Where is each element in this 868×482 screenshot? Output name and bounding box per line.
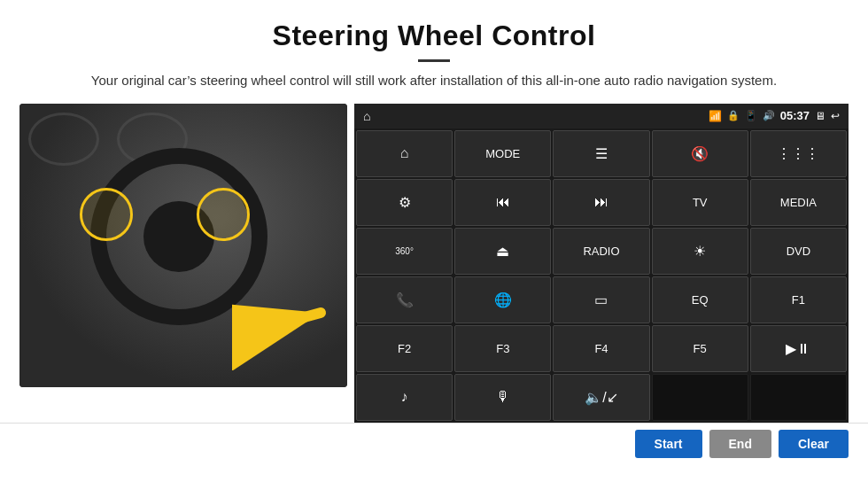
f3-label: F3 [496, 342, 509, 355]
btn-next[interactable]: ⏭ [553, 179, 649, 226]
home-btn-icon: ⌂ [400, 145, 409, 161]
btn-volume[interactable]: 🔈/↙ [553, 374, 649, 421]
sim-status-icon: 📱 [745, 110, 757, 121]
start-button[interactable]: Start [635, 430, 702, 458]
car-image [19, 104, 347, 387]
btn-f4[interactable]: F4 [553, 325, 649, 372]
eq-label: EQ [692, 293, 709, 307]
settings-btn-icon: ⚙ [399, 194, 411, 211]
eject-btn-icon: ⏏ [496, 243, 509, 260]
btn-eq[interactable]: EQ [652, 276, 748, 323]
music-btn-icon: ♪ [401, 389, 408, 405]
button-grid: ⌂ MODE ☰ 🔇 ⋮⋮⋮ ⚙ ⏮ ⏭ [354, 128, 849, 423]
btn-dvd[interactable]: DVD [750, 228, 847, 275]
dashboard-panel: ⌂ 📶 🔒 📱 🔊 05:37 🖥 ↩ ⌂ [354, 104, 849, 423]
screen-btn-icon: ▭ [594, 292, 608, 308]
mode-label: MODE [485, 147, 520, 160]
highlight-right [197, 188, 250, 241]
btn-f3[interactable]: F3 [454, 325, 551, 372]
playpause-btn-icon: ▶⏸ [786, 340, 810, 357]
main-content: ⌂ 📶 🔒 📱 🔊 05:37 🖥 ↩ ⌂ [0, 104, 868, 423]
radio-label: RADIO [583, 245, 619, 258]
btn-prev[interactable]: ⏮ [454, 179, 551, 226]
home-icon: ⌂ [363, 109, 370, 123]
f2-label: F2 [398, 342, 411, 355]
status-right: 📶 🔒 📱 🔊 05:37 🖥 ↩ [709, 109, 840, 122]
apps-btn-icon: ⋮⋮⋮ [777, 145, 819, 162]
btn-empty-2 [750, 374, 847, 421]
brightness-btn-icon: ☀ [694, 243, 706, 260]
btn-f2[interactable]: F2 [356, 325, 453, 372]
btn-mode[interactable]: MODE [454, 130, 551, 177]
yellow-arrow [232, 299, 338, 374]
page-title: Steering Wheel Control [0, 0, 868, 52]
bottom-bar: Start End Clear [0, 423, 868, 465]
volume-btn-icon: 🔈/↙ [585, 389, 617, 406]
lock-status-icon: 🔒 [727, 110, 740, 121]
status-time: 05:37 [780, 109, 810, 122]
clear-button[interactable]: Clear [779, 430, 849, 458]
title-divider [418, 59, 450, 62]
btn-f5[interactable]: F5 [652, 325, 748, 372]
btn-360cam[interactable]: 360° [356, 228, 453, 275]
btn-playpause[interactable]: ▶⏸ [750, 325, 847, 372]
highlight-left [80, 188, 133, 241]
btn-music[interactable]: ♪ [356, 374, 453, 421]
btn-empty-1 [652, 374, 748, 421]
mute-btn-icon: 🔇 [691, 145, 709, 162]
next-btn-icon: ⏭ [594, 194, 608, 210]
mic-btn-icon: 🎙 [496, 389, 510, 405]
btn-media[interactable]: MEDIA [750, 179, 847, 226]
btn-home[interactable]: ⌂ [356, 130, 453, 177]
tv-label: TV [693, 196, 708, 209]
btn-apps[interactable]: ⋮⋮⋮ [750, 130, 847, 177]
subtitle-text: Your original car’s steering wheel contr… [0, 71, 868, 91]
btn-screen[interactable]: ▭ [553, 276, 649, 323]
cam360-btn-icon: 360° [395, 246, 414, 256]
btn-list[interactable]: ☰ [553, 130, 649, 177]
browse-btn-icon: 🌐 [494, 292, 512, 308]
btn-f1[interactable]: F1 [750, 276, 847, 323]
btn-mic[interactable]: 🎙 [454, 374, 551, 421]
end-button[interactable]: End [709, 430, 771, 458]
f4-label: F4 [594, 342, 608, 355]
status-left: ⌂ [363, 109, 370, 123]
back-icon: ↩ [831, 110, 840, 122]
status-bar: ⌂ 📶 🔒 📱 🔊 05:37 🖥 ↩ [354, 104, 849, 128]
btn-tv[interactable]: TV [652, 179, 748, 226]
bluetooth-status-icon: 🔊 [763, 110, 775, 121]
dvd-label: DVD [787, 245, 810, 258]
btn-brightness[interactable]: ☀ [652, 228, 748, 275]
btn-settings[interactable]: ⚙ [356, 179, 453, 226]
screen-icon: 🖥 [815, 110, 825, 122]
btn-eject[interactable]: ⏏ [454, 228, 551, 275]
media-label: MEDIA [780, 196, 817, 209]
f1-label: F1 [792, 293, 805, 307]
wifi-status-icon: 📶 [709, 110, 722, 122]
prev-btn-icon: ⏮ [496, 194, 510, 210]
btn-browse[interactable]: 🌐 [454, 276, 551, 323]
btn-phone[interactable]: 📞 [356, 276, 453, 323]
btn-mute[interactable]: 🔇 [652, 130, 748, 177]
btn-radio[interactable]: RADIO [553, 228, 649, 275]
list-btn-icon: ☰ [595, 145, 608, 162]
phone-btn-icon: 📞 [396, 292, 414, 308]
f5-label: F5 [694, 342, 707, 355]
